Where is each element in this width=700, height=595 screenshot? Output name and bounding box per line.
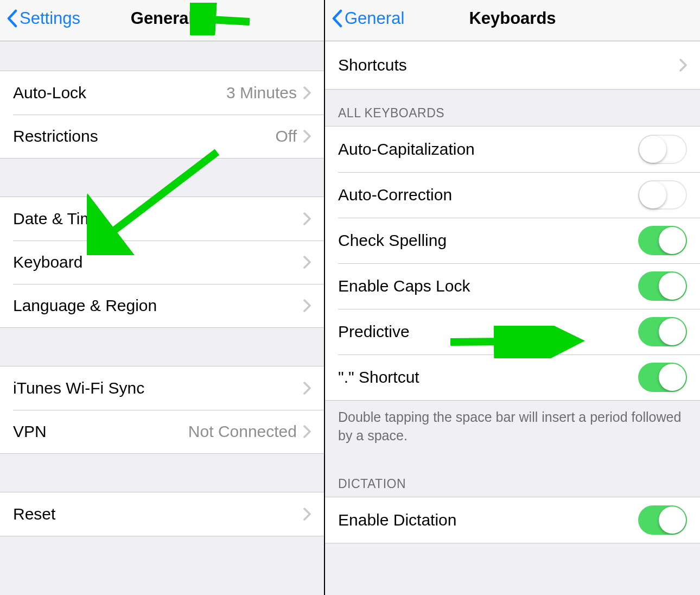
toggle-knob (659, 318, 686, 345)
row-label: Check Spelling (338, 231, 638, 250)
row-label: Date & Time (13, 210, 303, 228)
gap (0, 454, 324, 492)
toggle-check-spelling[interactable] (638, 226, 687, 255)
row-auto-correction[interactable]: Auto-Correction (325, 172, 700, 218)
settings-keyboards-screen: General Keyboards Shortcuts ALL KEYBOARD… (325, 0, 700, 595)
content-left: Auto-Lock 3 Minutes Restrictions Off Dat… (0, 41, 324, 595)
row-enable-dictation[interactable]: Enable Dictation (325, 497, 700, 543)
navbar-right: General Keyboards (325, 0, 700, 41)
toggle-knob (659, 507, 686, 534)
row-period-shortcut[interactable]: "." Shortcut (325, 355, 700, 400)
group-dictation: Enable Dictation (325, 497, 700, 543)
chevron-right-icon (303, 508, 311, 521)
chevron-right-icon (303, 425, 311, 438)
row-itunes-wifi-sync[interactable]: iTunes Wi-Fi Sync (0, 366, 324, 410)
row-predictive[interactable]: Predictive (325, 309, 700, 355)
row-value: Off (276, 127, 297, 145)
toggle-knob (639, 136, 666, 163)
chevron-right-icon (303, 299, 311, 312)
row-label: Auto-Correction (338, 186, 638, 204)
group-date-keyboard-lang: Date & Time Keyboard Language & Region (0, 197, 324, 328)
toggle-auto-correction[interactable] (638, 180, 687, 210)
row-label: Predictive (338, 322, 638, 341)
row-label: Shortcuts (338, 56, 679, 74)
row-label: Enable Dictation (338, 511, 638, 529)
back-button-settings[interactable]: Settings (7, 9, 80, 28)
navbar-left: Settings General (0, 0, 324, 41)
row-date-time[interactable]: Date & Time (0, 197, 324, 240)
row-shortcuts[interactable]: Shortcuts (325, 41, 700, 89)
row-check-spelling[interactable]: Check Spelling (325, 218, 700, 263)
content-right: Shortcuts ALL KEYBOARDS Auto-Capitalizat… (325, 41, 700, 595)
row-label: Auto-Lock (13, 84, 226, 102)
chevron-right-icon (303, 130, 311, 143)
row-restrictions[interactable]: Restrictions Off (0, 115, 324, 158)
row-keyboard[interactable]: Keyboard (0, 240, 324, 284)
chevron-right-icon (303, 86, 311, 99)
toggle-enable-dictation[interactable] (638, 505, 687, 535)
chevron-right-icon (303, 212, 311, 225)
gap (0, 159, 324, 197)
group-reset: Reset (0, 492, 324, 536)
section-header-all-keyboards: ALL KEYBOARDS (325, 90, 700, 126)
row-value: 3 Minutes (226, 84, 297, 102)
settings-general-screen: Settings General Auto-Lock 3 Minutes Res… (0, 0, 324, 595)
row-label: VPN (13, 422, 188, 441)
toggle-enable-caps-lock[interactable] (638, 271, 687, 301)
group-keyboard-options: Auto-Capitalization Auto-Correction Chec… (325, 126, 700, 401)
toggle-period-shortcut[interactable] (638, 363, 687, 392)
row-label: iTunes Wi-Fi Sync (13, 379, 303, 397)
group-lock-restrictions: Auto-Lock 3 Minutes Restrictions Off (0, 71, 324, 159)
row-label: Keyboard (13, 253, 303, 271)
gap (0, 41, 324, 71)
row-label: Language & Region (13, 296, 303, 315)
row-auto-capitalization[interactable]: Auto-Capitalization (325, 126, 700, 172)
row-enable-caps-lock[interactable]: Enable Caps Lock (325, 263, 700, 309)
row-language-region[interactable]: Language & Region (0, 284, 324, 327)
toggle-knob (659, 273, 686, 300)
row-value: Not Connected (188, 422, 297, 441)
group-itunes-vpn: iTunes Wi-Fi Sync VPN Not Connected (0, 366, 324, 454)
chevron-left-icon (332, 9, 342, 28)
group-shortcuts: Shortcuts (325, 41, 700, 90)
row-vpn[interactable]: VPN Not Connected (0, 410, 324, 453)
section-header-dictation: DICTATION (325, 451, 700, 497)
toggle-knob (639, 181, 666, 208)
toggle-auto-capitalization[interactable] (638, 135, 687, 164)
row-label: Enable Caps Lock (338, 277, 638, 295)
back-button-general[interactable]: General (332, 9, 404, 28)
toggle-knob (659, 227, 686, 254)
row-label: Reset (13, 505, 303, 523)
row-reset[interactable]: Reset (0, 492, 324, 536)
gap (0, 328, 324, 366)
toggle-predictive[interactable] (638, 317, 687, 346)
row-label: Restrictions (13, 127, 276, 145)
back-label: Settings (20, 9, 80, 28)
chevron-right-icon (303, 382, 311, 395)
row-label: "." Shortcut (338, 368, 638, 387)
chevron-right-icon (679, 59, 687, 72)
toggle-knob (659, 364, 686, 391)
back-label: General (345, 9, 404, 28)
chevron-right-icon (303, 256, 311, 269)
section-footer-period: Double tapping the space bar will insert… (325, 401, 700, 451)
chevron-left-icon (7, 9, 17, 28)
row-label: Auto-Capitalization (338, 140, 638, 159)
row-auto-lock[interactable]: Auto-Lock 3 Minutes (0, 71, 324, 115)
